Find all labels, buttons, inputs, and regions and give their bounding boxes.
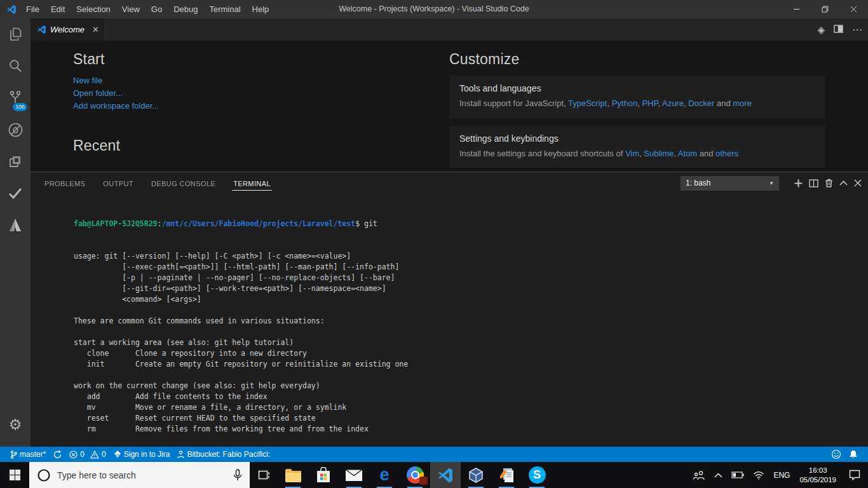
atlassian-icon[interactable] [0,209,31,241]
panel-tab-debug-console[interactable]: DEBUG CONSOLE [150,176,217,191]
menu-file[interactable]: File [20,4,45,14]
clock[interactable]: 16:03 05/05/2019 [794,462,841,488]
warnings-count: 0 [102,450,106,459]
taskbar-app-edge[interactable]: e [369,462,400,488]
menu-terminal[interactable]: Terminal [203,4,246,14]
terminal-prompt-line: fab@LAPTOP-5J2Q5R29:/mnt/c/Users/FabioHo… [74,219,868,229]
card-link[interactable]: Azure [662,98,684,108]
explorer-icon[interactable] [0,18,31,50]
sync-status[interactable] [50,447,65,462]
split-editor-icon[interactable] [834,24,843,36]
notifications-bell-icon[interactable] [845,447,862,462]
search-icon[interactable] [0,50,31,82]
panel-header: PROBLEMSOUTPUTDEBUG CONSOLETERMINAL 1: b… [31,172,868,194]
git-branch-icon [10,451,17,459]
card-text: and [714,98,733,108]
edge-icon: e [379,466,389,484]
taskbar-app-vscode[interactable] [430,462,461,488]
warnings-icon [90,451,99,459]
taskbar-app-skype[interactable]: S [522,462,552,488]
terminal-line: [--git-dir=<path>] [--work-tree=<path>] … [74,283,868,294]
customize-card-0[interactable]: Tools and languagesInstall support for J… [449,76,825,118]
bitbucket-status[interactable]: Bitbucket: Fabio Pacifici: [173,447,274,462]
card-link[interactable]: Docker [688,98,714,108]
restore-icon[interactable] [811,0,839,18]
terminal-line: mv Move or rename a file, a directory, o… [74,402,868,413]
jira-icon [114,451,121,459]
card-text: , [607,98,611,108]
card-link[interactable]: Vim [625,149,639,158]
close-icon[interactable] [839,0,868,18]
menu-help[interactable]: Help [247,4,275,14]
panel-tab-problems[interactable]: PROBLEMS [43,176,86,191]
battery-icon[interactable] [727,462,749,488]
taskbar-search[interactable]: Type here to search [29,462,250,488]
language-indicator[interactable]: ENG [769,462,794,488]
check-icon[interactable] [0,177,31,209]
card-link[interactable]: PHP [642,98,658,108]
new-terminal-icon[interactable] [794,179,803,187]
card-link[interactable]: others [715,149,738,158]
card-link[interactable]: Python [612,98,637,108]
terminal-shell-select[interactable]: 1: bash ▼ [681,176,779,191]
tray-date: 05/05/2019 [799,475,836,485]
terminal-output[interactable]: fab@LAPTOP-5J2Q5R29:/mnt/c/Users/FabioHo… [31,194,868,447]
card-link[interactable]: Sublime [644,149,674,158]
microphone-icon[interactable] [233,469,242,481]
menu-view[interactable]: View [116,4,146,14]
taskbar-app-mail[interactable] [339,462,369,488]
bitbucket-label: Bitbucket: Fabio Pacifici: [187,450,270,459]
problems-status[interactable]: 0 0 [65,447,109,462]
people-icon[interactable] [688,462,710,488]
menu-bar: FileEditSelectionViewGoDebugTerminalHelp [20,0,275,18]
tab-welcome[interactable]: Welcome ✕ [31,18,104,41]
card-link[interactable]: TypeScript [568,98,607,108]
open-changes-icon[interactable]: ◈ [817,24,825,36]
debug-icon[interactable] [0,114,31,146]
customize-card-1[interactable]: Settings and keybindingsInstall the sett… [449,126,825,168]
split-terminal-icon[interactable] [809,179,818,187]
card-link[interactable]: Atom [678,149,697,158]
tab-label: Welcome [50,25,85,34]
taskbar-app-microsoft-store[interactable] [308,462,339,488]
start-button[interactable] [0,462,29,488]
more-actions-icon[interactable]: ⋯ [852,24,863,36]
taskbar-app-file-explorer[interactable] [278,462,308,488]
start-links: New fileOpen folder...Add workspace fold… [73,76,276,111]
git-branch-status[interactable]: master* [6,447,50,462]
start-link-new-file[interactable]: New file [73,76,276,85]
terminal-colon: : [158,219,162,228]
panel-tab-output[interactable]: OUTPUT [102,176,135,191]
maximize-panel-icon[interactable] [839,180,848,186]
errors-icon [69,451,78,459]
taskbar-app-chrome[interactable] [400,462,430,488]
task-view-icon[interactable] [250,462,278,488]
menu-go[interactable]: Go [146,4,168,14]
menu-edit[interactable]: Edit [45,4,71,14]
customize-card-title: Settings and keybindings [459,133,815,144]
status-bar: master* 0 0 Sign in to Jira Bitbucket: F… [0,447,868,462]
start-link-add-workspace-folder[interactable]: Add workspace folder... [73,101,276,111]
status-bar-right [827,447,862,462]
close-panel-icon[interactable] [854,179,862,187]
tray-chevron-icon[interactable] [710,462,727,488]
card-link[interactable]: more [733,98,752,108]
panel-tab-terminal[interactable]: TERMINAL [232,176,272,191]
taskbar-app-documents[interactable] [491,462,522,488]
taskbar-app-virtualbox[interactable] [461,462,491,488]
tray-time: 16:03 [799,466,836,475]
kill-terminal-icon[interactable] [825,179,833,187]
start-link-open-folder[interactable]: Open folder... [73,88,276,98]
wifi-icon[interactable] [749,462,769,488]
menu-debug[interactable]: Debug [168,4,203,14]
source-control-icon[interactable]: 106 [0,82,31,114]
menu-selection[interactable]: Selection [71,4,116,14]
extensions-icon[interactable] [0,146,31,177]
sync-icon [53,451,62,459]
settings-gear-icon[interactable]: ⚙ [0,409,31,440]
jira-signin-status[interactable]: Sign in to Jira [110,447,174,462]
tab-close-icon[interactable]: ✕ [92,25,99,34]
minimize-icon[interactable] [782,0,811,18]
action-center-icon[interactable] [841,462,868,488]
feedback-smiley-icon[interactable] [827,447,845,462]
